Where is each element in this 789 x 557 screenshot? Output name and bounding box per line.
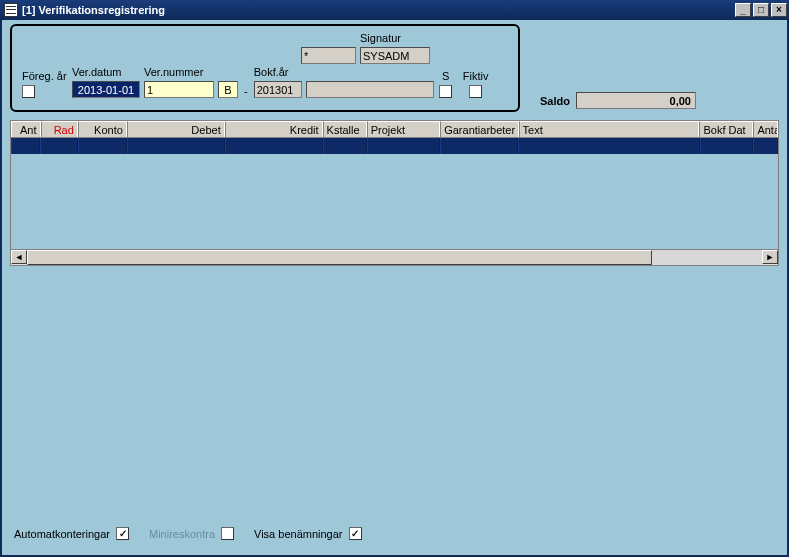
column-header[interactable]: Rad	[41, 121, 78, 137]
column-header[interactable]: Garantiarbeter	[440, 121, 518, 137]
automatkonteringar-label: Automatkonteringar	[14, 528, 110, 540]
verification-grid: AntRadKontoDebetKreditKstalleProjektGara…	[10, 120, 779, 266]
foreg-ar-checkbox[interactable]	[22, 85, 35, 98]
column-header[interactable]: Text	[519, 121, 700, 137]
saldo-value: 0,00	[576, 92, 696, 109]
ver-datum-label: Ver.datum	[72, 66, 140, 78]
grid-header: AntRadKontoDebetKreditKstalleProjektGara…	[10, 120, 779, 138]
column-header[interactable]: Kstalle	[323, 121, 367, 137]
bottom-bar: Automatkonteringar ✓ Minireskontra Visa …	[14, 527, 362, 540]
ver-datum-input[interactable]: 2013-01-01	[72, 81, 140, 98]
grid-selected-row[interactable]	[11, 138, 778, 154]
signatur-top-label	[301, 32, 356, 44]
scroll-left-button[interactable]: ◄	[11, 250, 27, 264]
column-header[interactable]: Anta	[753, 121, 778, 137]
signatur-value-field[interactable]: SYSADM	[360, 47, 430, 64]
title-bar: [1] Verifikationsregistrering _ □ ×	[0, 0, 789, 20]
column-header[interactable]: Bokf Dat	[699, 121, 753, 137]
signatur-label: Signatur	[360, 32, 430, 44]
content-area: * Signatur SYSADM Föreg. år Ver.datum 20…	[0, 20, 789, 557]
column-header[interactable]: Konto	[78, 121, 127, 137]
s-label: S	[442, 70, 449, 82]
window-controls: _ □ ×	[735, 3, 787, 17]
visa-benamningar-checkbox[interactable]: ✓	[349, 527, 362, 540]
app-icon	[4, 3, 18, 17]
column-header[interactable]: Ant	[11, 121, 41, 137]
column-header[interactable]: Projekt	[367, 121, 440, 137]
bokf-ar-input[interactable]: 201301	[254, 81, 302, 98]
column-header[interactable]: Debet	[127, 121, 225, 137]
scroll-right-button[interactable]: ►	[762, 250, 778, 264]
header-form: * Signatur SYSADM Föreg. år Ver.datum 20…	[10, 24, 520, 112]
grid-body[interactable]	[10, 138, 779, 250]
foreg-ar-label: Föreg. år	[22, 70, 67, 82]
minireskontra-label: Minireskontra	[149, 528, 215, 540]
fiktiv-label: Fiktiv	[463, 70, 489, 82]
minireskontra-checkbox[interactable]	[221, 527, 234, 540]
visa-benamningar-label: Visa benämningar	[254, 528, 342, 540]
extra-field[interactable]	[306, 81, 434, 98]
column-header[interactable]: Kredit	[225, 121, 323, 137]
signatur-star-field[interactable]: *	[301, 47, 356, 64]
saldo-group: Saldo 0,00	[540, 92, 696, 109]
window-title: [1] Verifikationsregistrering	[22, 4, 735, 16]
scroll-track[interactable]	[27, 250, 762, 265]
dash-separator: -	[242, 85, 250, 98]
bokf-ar-label: Bokf.år	[254, 66, 302, 78]
saldo-label: Saldo	[540, 95, 570, 107]
maximize-button[interactable]: □	[753, 3, 769, 17]
horizontal-scrollbar[interactable]: ◄ ►	[10, 250, 779, 266]
extra-spacer	[306, 66, 434, 78]
scroll-thumb[interactable]	[27, 250, 652, 265]
close-button[interactable]: ×	[771, 3, 787, 17]
fiktiv-checkbox[interactable]	[469, 85, 482, 98]
s-checkbox[interactable]	[439, 85, 452, 98]
ver-suffix-input[interactable]: B	[218, 81, 238, 98]
ver-nummer-input[interactable]: 1	[144, 81, 214, 98]
automatkonteringar-checkbox[interactable]: ✓	[116, 527, 129, 540]
ver-nummer-label: Ver.nummer	[144, 66, 214, 78]
minimize-button[interactable]: _	[735, 3, 751, 17]
ver-suffix-spacer	[218, 66, 238, 78]
